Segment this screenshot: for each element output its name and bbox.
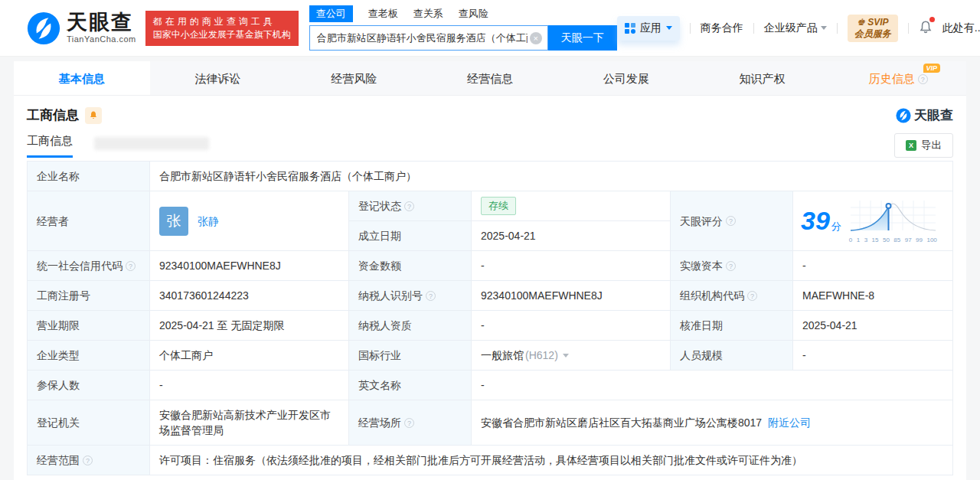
notification-dot xyxy=(929,17,935,22)
search-tab-boss[interactable]: 查老板 xyxy=(368,7,398,21)
user-account-label: 此处有... xyxy=(942,21,980,35)
nav-enterprise-products[interactable]: 企业级产品 xyxy=(764,21,827,35)
clear-search-icon[interactable]: × xyxy=(530,32,542,44)
business-term-value: 2025-04-21 至 无固定期限 xyxy=(150,311,349,341)
org-code-value: MAEFWHNE-8 xyxy=(793,281,952,311)
industry-label: 国标行业 xyxy=(349,341,472,371)
insured-count-label: 参保人数 xyxy=(28,371,150,400)
taxpayer-quality-value: - xyxy=(472,311,671,341)
help-icon[interactable]: ? xyxy=(426,291,436,301)
search-button[interactable]: 天眼一下 xyxy=(548,25,617,51)
nearby-companies-link[interactable]: 附近公司 xyxy=(768,415,811,430)
search-tabs: 查公司 查老板 查关系 查风险 xyxy=(309,5,617,22)
taxpayer-id-value: 92340100MAEFWHNE8J xyxy=(472,281,671,311)
apps-grid-icon xyxy=(625,23,635,34)
section-tabs: 基本信息 法律诉讼 经营风险 经营信息 公司发展 知识产权 历史信息? VIP xyxy=(14,61,966,96)
top-header: 天眼查 TianYanCha.com 都在用的商业查询工具 国家中小企业发展子基… xyxy=(0,0,980,57)
divider xyxy=(690,23,691,34)
brand-name: 天眼查 xyxy=(67,12,136,33)
subscribe-bell-icon[interactable] xyxy=(85,107,102,124)
tab-company-development[interactable]: 公司发展 xyxy=(558,61,694,95)
table-row: 经营范围? 许可项目：住宿服务（依法须经批准的项目，经相关部门批准后方可开展经营… xyxy=(28,446,952,475)
svip-member-button[interactable]: ♚ SVIP 会员服务 xyxy=(848,15,898,42)
capital-amount-label: 资金数额 xyxy=(349,251,472,281)
business-scope-label: 经营范围? xyxy=(28,446,150,475)
industry-value[interactable]: 一般旅馆(H612) xyxy=(472,341,671,371)
svip-label-top: ♚ SVIP xyxy=(854,17,891,28)
tab-legal-proceedings[interactable]: 法律诉讼 xyxy=(150,61,286,95)
table-row: 企业类型 个体工商户 国标行业 一般旅馆(H612) 人员规模 - xyxy=(28,341,952,371)
credit-code-label: 统一社会信用代码? xyxy=(28,251,150,281)
slogan-line-2: 国家中小企业发展子基金旗下机构 xyxy=(153,28,291,41)
score-distribution-chart: 0131550859799100 xyxy=(849,199,937,243)
tab-operating-info[interactable]: 经营信息 xyxy=(422,61,558,95)
user-account-menu[interactable]: 此处有... xyxy=(942,21,980,35)
reg-status-label: 登记状态? xyxy=(349,191,472,221)
help-icon[interactable]: ? xyxy=(726,261,736,271)
divider xyxy=(837,23,838,34)
search-box: × xyxy=(309,25,548,51)
apps-menu-button[interactable]: 应用 xyxy=(617,16,680,41)
establish-date-label: 成立日期 xyxy=(349,221,472,251)
paid-capital-label: 实缴资本? xyxy=(671,251,793,281)
help-icon[interactable]: ? xyxy=(918,74,928,84)
insured-count-value: - xyxy=(150,371,349,400)
export-button[interactable]: X 导出 xyxy=(894,133,953,158)
reg-number-value: 340173601244223 xyxy=(150,281,349,311)
tianyancha-logo[interactable]: 天眼查 TianYanCha.com xyxy=(27,11,136,45)
taxpayer-quality-label: 纳税人资质 xyxy=(349,311,472,341)
help-icon[interactable]: ? xyxy=(747,291,757,301)
status-badge: 存续 xyxy=(481,197,516,215)
score-label: 天眼评分? xyxy=(671,191,793,251)
reg-authority-value: 安徽合肥新站高新技术产业开发区市场监督管理局 xyxy=(150,400,349,446)
chevron-down-icon xyxy=(666,26,672,30)
apps-menu-label: 应用 xyxy=(640,21,662,35)
company-type-label: 企业类型 xyxy=(28,341,150,371)
subtab-business-info[interactable]: 工商信息 xyxy=(27,134,73,158)
approval-date-label: 核准日期 xyxy=(671,311,793,341)
search-area: 查公司 查老板 查关系 查风险 × 天眼一下 xyxy=(309,5,617,51)
tab-history-info[interactable]: 历史信息? VIP xyxy=(830,61,966,95)
watermark-logo-icon xyxy=(896,108,911,123)
taxpayer-id-label: 纳税人识别号? xyxy=(349,281,472,311)
help-icon[interactable]: ? xyxy=(726,216,736,226)
company-name-label: 企业名称 xyxy=(28,162,150,191)
search-tab-company[interactable]: 查公司 xyxy=(309,5,353,22)
section-title: 工商信息 xyxy=(27,106,79,124)
score-value: 39分 xyxy=(793,191,952,251)
table-row-operator: 经营者 张 张静 登记状态? 存续 天眼评分? 39分 xyxy=(28,191,952,251)
watermark-logo: 天眼查 xyxy=(896,106,953,124)
operator-label: 经营者 xyxy=(28,191,150,251)
watermark-text: 天眼查 xyxy=(914,106,953,124)
notification-bell-icon[interactable] xyxy=(919,19,933,37)
operator-value: 张 张静 xyxy=(150,191,349,251)
avatar[interactable]: 张 xyxy=(159,207,188,236)
search-tab-relation[interactable]: 查关系 xyxy=(413,7,443,21)
search-tab-risk[interactable]: 查风险 xyxy=(459,7,488,21)
help-icon[interactable]: ? xyxy=(404,418,414,428)
tab-basic-info[interactable]: 基本信息 xyxy=(14,61,150,95)
tab-intellectual-property[interactable]: 知识产权 xyxy=(694,61,831,95)
score-unit: 分 xyxy=(831,220,841,232)
nav-business-cooperation[interactable]: 商务合作 xyxy=(701,21,743,35)
nav-enterprise-label: 企业级产品 xyxy=(764,21,818,35)
business-info-table: 企业名称 合肥市新站区静语轩小舍民宿服务酒店（个体工商户） 经营者 张 张静 登… xyxy=(27,161,953,475)
search-input[interactable] xyxy=(310,26,547,50)
slogan-line-1: 都在用的商业查询工具 xyxy=(153,15,291,28)
divider xyxy=(908,23,909,34)
score-axis-labels: 0131550859799100 xyxy=(849,237,937,243)
blurred-subtab[interactable] xyxy=(94,137,209,150)
staff-size-value: - xyxy=(793,341,952,371)
help-icon[interactable]: ? xyxy=(83,456,93,465)
chevron-down-icon[interactable] xyxy=(563,354,569,358)
company-type-value: 个体工商户 xyxy=(150,341,349,371)
tab-operating-risk[interactable]: 经营风险 xyxy=(286,61,422,95)
operator-name-link[interactable]: 张静 xyxy=(198,214,219,229)
table-row: 参保人数 - 英文名称 - xyxy=(28,371,952,400)
help-icon[interactable]: ? xyxy=(126,261,136,271)
english-name-label: 英文名称 xyxy=(349,371,472,400)
help-icon[interactable]: ? xyxy=(404,201,414,211)
excel-icon: X xyxy=(906,140,916,151)
english-name-value: - xyxy=(472,371,952,400)
business-term-label: 营业期限 xyxy=(28,311,150,341)
